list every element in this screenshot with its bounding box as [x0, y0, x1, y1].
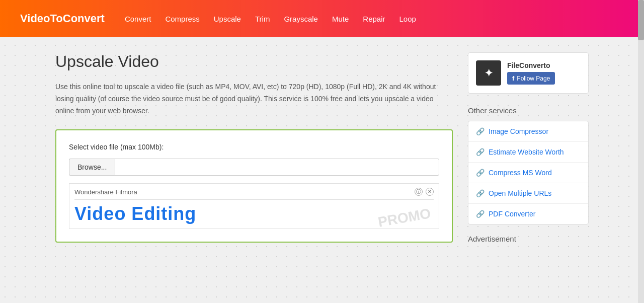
fb-right: FileConverto f Follow Page	[507, 61, 555, 85]
nav-upscale[interactable]: Upscale	[214, 15, 241, 23]
main-container: Upscale Video Use this online tool to up…	[45, 37, 599, 258]
fb-f-icon: f	[512, 74, 514, 82]
facebook-widget: ✦ FileConverto f Follow Page	[468, 52, 589, 94]
sidebar: ✦ FileConverto f Follow Page Other servi…	[468, 52, 589, 243]
ad-close-button[interactable]: ✕	[426, 188, 434, 196]
service-link-icon-4: 🔗	[476, 189, 485, 197]
ad-info-button[interactable]: ⓘ	[415, 188, 423, 196]
service-label-1: Image Compressor	[489, 127, 548, 135]
service-open-urls[interactable]: 🔗 Open Multiple URLs	[468, 183, 588, 204]
fb-letter: ✦	[485, 67, 493, 79]
fb-follow-label: Follow Page	[517, 75, 550, 82]
service-label-5: PDF Converter	[489, 210, 535, 218]
fb-page-name: FileConverto	[507, 61, 555, 69]
fb-follow-button[interactable]: f Follow Page	[507, 72, 555, 85]
service-link-icon-3: 🔗	[476, 169, 485, 177]
fb-icon: ✦	[476, 60, 501, 86]
ad-container: Wondershare Filmora ⓘ ✕ Video Editing PR…	[69, 183, 439, 229]
service-link-icon-1: 🔗	[476, 127, 485, 135]
upload-label: Select video file (max 100Mb):	[69, 143, 439, 151]
ad-divider	[74, 199, 434, 199]
service-pdf-converter[interactable]: 🔗 PDF Converter	[468, 204, 588, 224]
nav-mute[interactable]: Mute	[332, 15, 349, 23]
nav-convert[interactable]: Convert	[125, 15, 151, 23]
scrollbar[interactable]	[638, 0, 644, 303]
file-input-row: Browse...	[69, 159, 439, 176]
service-compress-word[interactable]: 🔗 Compress MS Word	[468, 163, 588, 183]
advertisement-label: Advertisement	[468, 235, 589, 243]
browse-button[interactable]: Browse...	[69, 159, 115, 176]
nav-compress[interactable]: Compress	[165, 15, 199, 23]
page-title: Upscale Video	[55, 52, 453, 71]
upload-box: Select video file (max 100Mb): Browse...…	[55, 129, 453, 243]
service-link-icon-2: 🔗	[476, 148, 485, 156]
page-description: Use this online tool to upscale a video …	[55, 81, 453, 117]
scrollbar-thumb[interactable]	[638, 0, 644, 40]
service-estimate-website[interactable]: 🔗 Estimate Website Worth	[468, 142, 588, 163]
service-label-2: Estimate Website Worth	[489, 148, 564, 156]
service-image-compressor[interactable]: 🔗 Image Compressor	[468, 121, 588, 142]
other-services-title: Other services	[468, 106, 589, 115]
nav-repair[interactable]: Repair	[363, 15, 385, 23]
service-label-3: Compress MS Word	[489, 169, 552, 177]
main-nav: Convert Compress Upscale Trim Grayscale …	[125, 15, 416, 23]
nav-grayscale[interactable]: Grayscale	[284, 15, 318, 23]
ad-brand-label: Wondershare Filmora	[74, 188, 137, 196]
ad-top-bar: Wondershare Filmora ⓘ ✕	[74, 188, 434, 196]
logo[interactable]: VideoToConvert	[20, 12, 105, 25]
service-link-icon-5: 🔗	[476, 210, 485, 218]
content-area: Upscale Video Use this online tool to up…	[55, 52, 453, 243]
nav-trim[interactable]: Trim	[255, 15, 270, 23]
service-label-4: Open Multiple URLs	[489, 189, 551, 197]
nav-loop[interactable]: Loop	[399, 15, 416, 23]
header: VideoToConvert Convert Compress Upscale …	[0, 0, 644, 37]
services-list: 🔗 Image Compressor 🔗 Estimate Website Wo…	[468, 121, 589, 224]
ad-controls: ⓘ ✕	[415, 188, 434, 196]
file-name-display	[115, 159, 439, 176]
